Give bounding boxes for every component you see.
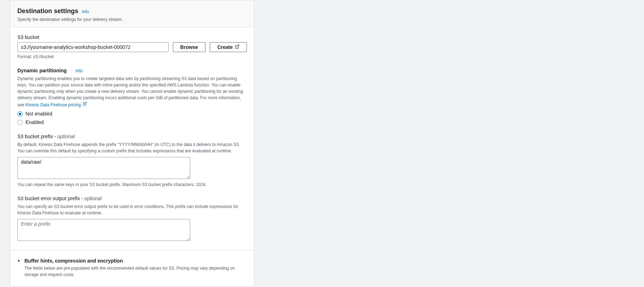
- buffer-text: Buffer hints, compression and encryption…: [24, 258, 247, 278]
- s3-error-prefix-label: S3 bucket error output prefix - optional: [17, 196, 247, 201]
- radio-icon: [17, 120, 23, 125]
- s3-error-prefix-label-text: S3 bucket error output prefix -: [17, 196, 84, 201]
- create-button-label: Create: [217, 44, 233, 50]
- s3-prefix-label: S3 bucket prefix - optional: [17, 134, 247, 139]
- destination-settings-panel: Destination settings Info Specify the de…: [10, 0, 254, 287]
- divider: [10, 250, 254, 250]
- external-link-icon: [235, 44, 239, 50]
- panel-body: S3 bucket Browse Create Format: s3://buc…: [10, 27, 254, 286]
- s3-prefix-desc: By default, Kinesis Data Firehose append…: [17, 141, 247, 154]
- s3-error-prefix-section: S3 bucket error output prefix - optional…: [17, 196, 247, 242]
- caret-right-icon: [17, 258, 21, 264]
- info-link-dynamic[interactable]: Info: [72, 68, 83, 73]
- buffer-title: Buffer hints, compression and encryption: [24, 258, 247, 264]
- pricing-link-text: Kinesis Data Firehose pricing.: [26, 102, 82, 107]
- s3-prefix-label-text: S3 bucket prefix -: [17, 134, 57, 139]
- buffer-desc: The fields below are pre-populated with …: [24, 265, 247, 278]
- browse-button-label: Browse: [180, 44, 198, 50]
- s3-error-prefix-input[interactable]: [17, 219, 190, 241]
- s3-prefix-hint: You can repeat the same keys in your S3 …: [17, 182, 247, 187]
- s3-prefix-section: S3 bucket prefix - optional By default, …: [17, 134, 247, 187]
- dynamic-partitioning-section: Dynamic partitioning Info Dynamic partit…: [17, 68, 247, 125]
- create-button[interactable]: Create: [210, 42, 247, 52]
- radio-enabled[interactable]: Enabled: [17, 119, 247, 125]
- dynamic-title: Dynamic partitioning: [17, 68, 67, 73]
- s3-bucket-section: S3 bucket Browse Create Format: s3://buc…: [17, 34, 247, 59]
- radio-icon: [17, 111, 23, 117]
- dynamic-title-row: Dynamic partitioning Info: [17, 68, 247, 73]
- panel-title: Destination settings: [17, 7, 78, 15]
- s3-bucket-hint: Format: s3://bucket: [17, 54, 247, 59]
- radio-not-enabled-label: Not enabled: [26, 111, 52, 117]
- radio-not-enabled[interactable]: Not enabled: [17, 111, 247, 117]
- s3-error-prefix-desc: You can specify an S3 bucket error outpu…: [17, 203, 247, 216]
- radio-enabled-label: Enabled: [26, 119, 44, 125]
- s3-bucket-row: Browse Create: [17, 42, 247, 52]
- s3-error-prefix-optional: optional: [84, 196, 102, 201]
- s3-prefix-input[interactable]: [17, 157, 190, 179]
- buffer-expand-header[interactable]: Buffer hints, compression and encryption…: [17, 258, 247, 278]
- external-link-icon: [83, 101, 87, 107]
- panel-subtitle: Specify the destination settings for you…: [17, 17, 247, 22]
- pricing-link[interactable]: Kinesis Data Firehose pricing.: [26, 102, 87, 107]
- info-link-header[interactable]: Info: [82, 9, 89, 14]
- dynamic-desc: Dynamic partitioning enables you to crea…: [17, 75, 247, 108]
- browse-button[interactable]: Browse: [173, 42, 206, 52]
- panel-header: Destination settings Info Specify the de…: [10, 0, 254, 27]
- s3-prefix-optional: optional: [57, 134, 75, 139]
- s3-bucket-input[interactable]: [17, 42, 169, 52]
- s3-bucket-label: S3 bucket: [17, 34, 247, 40]
